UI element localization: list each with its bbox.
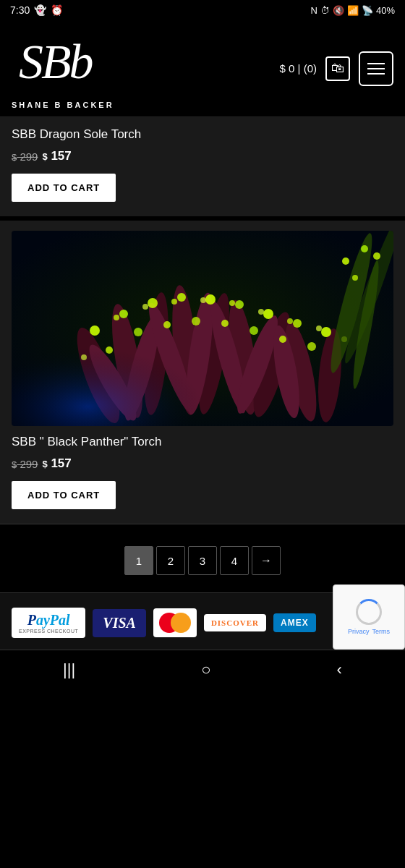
mastercard-badge	[153, 608, 197, 637]
privacy-link[interactable]: Privacy	[348, 628, 370, 635]
nfc-icon: N	[311, 5, 317, 16]
signal-icon: 📡	[362, 5, 373, 16]
mc-circle-orange	[171, 613, 191, 633]
add-to-cart-button-2[interactable]: ADD TO CART	[12, 481, 116, 509]
add-to-cart-button-1[interactable]: ADD TO CART	[12, 174, 116, 202]
product-2-name: SBB " Black Panther" Torch	[12, 435, 393, 449]
product-2-image	[12, 231, 393, 426]
page-button-2[interactable]: 2	[156, 546, 185, 575]
product-2-price-row: $ 299 $ 157	[12, 456, 393, 471]
page-button-1[interactable]: 1	[124, 546, 153, 575]
page-next-button[interactable]: →	[252, 546, 281, 575]
wifi-icon: 📶	[347, 5, 359, 16]
recaptcha-widget: Privacy Terms	[333, 584, 405, 650]
cart-total[interactable]: $ 0 | (0)	[280, 62, 317, 75]
product-2-sale-price: $ 157	[42, 456, 71, 471]
product-1-name: SBB Dragon Sole Torch	[12, 127, 393, 142]
hamburger-line-2	[367, 68, 385, 69]
snapchat-icon: 👻	[34, 4, 46, 16]
status-left: 7:30 👻 ⏰	[10, 4, 63, 16]
nav-home-icon[interactable]: ○	[201, 660, 210, 679]
logo-text: SHANE B BACKER	[12, 101, 114, 109]
page-button-4[interactable]: 4	[220, 546, 249, 575]
site-header: SBb SHANE B BACKER $ 0 | (0) 🛍	[0, 20, 405, 117]
logo-area: SBb SHANE B BACKER	[12, 27, 142, 109]
paypal-express-text: EXPRESS CHECKOUT	[19, 629, 78, 634]
alarm2-icon: ⏱	[320, 5, 330, 16]
discover-badge: DISCOVER	[204, 614, 266, 631]
hamburger-line-3	[367, 73, 385, 75]
battery-display: 40%	[376, 5, 395, 16]
time-display: 7:30	[10, 4, 30, 16]
product-card-2: SBB " Black Panther" Torch $ 299 $ 157 A…	[0, 221, 405, 524]
product-2-original-price: $ 299	[12, 458, 38, 470]
hamburger-button[interactable]	[359, 51, 393, 86]
nav-recent-apps-icon[interactable]: |||	[63, 660, 75, 679]
cart-icon[interactable]: 🛍	[325, 56, 350, 81]
svg-text:SBb: SBb	[19, 34, 93, 89]
product-1-price-row: $ 299 $ 157	[12, 149, 393, 163]
visa-badge: VISA	[93, 609, 146, 637]
mute-icon: 🔇	[333, 5, 344, 16]
amex-badge: AMEX	[273, 613, 316, 632]
terms-link[interactable]: Terms	[372, 628, 391, 635]
payment-footer: PayPal EXPRESS CHECKOUT VISA DISCOVER AM…	[0, 592, 405, 650]
logo-script: SBb	[12, 27, 142, 99]
hamburger-line-1	[367, 63, 385, 64]
page-button-3[interactable]: 3	[188, 546, 217, 575]
pagination: 1 2 3 4 →	[0, 529, 405, 592]
header-right: $ 0 | (0) 🛍	[280, 51, 393, 86]
product-1-sale-price: $ 157	[42, 149, 71, 163]
alarm-icon: ⏰	[51, 4, 63, 16]
recaptcha-spinner	[356, 599, 382, 625]
nav-back-icon[interactable]: ‹	[337, 660, 342, 679]
recaptcha-links: Privacy Terms	[348, 628, 390, 635]
paypal-logo: PayPal	[27, 612, 70, 629]
paypal-badge: PayPal EXPRESS CHECKOUT	[12, 608, 85, 638]
status-bar: 7:30 👻 ⏰ N ⏱ 🔇 📶 📡 40%	[0, 0, 405, 20]
product-1-original-price: $ 299	[12, 150, 38, 163]
status-right: N ⏱ 🔇 📶 📡 40%	[311, 5, 395, 16]
product-card-1: SBB Dragon Sole Torch $ 299 $ 157 ADD TO…	[0, 117, 405, 216]
svg-rect-52	[12, 231, 393, 426]
bottom-nav-bar: ||| ○ ‹	[0, 650, 405, 689]
